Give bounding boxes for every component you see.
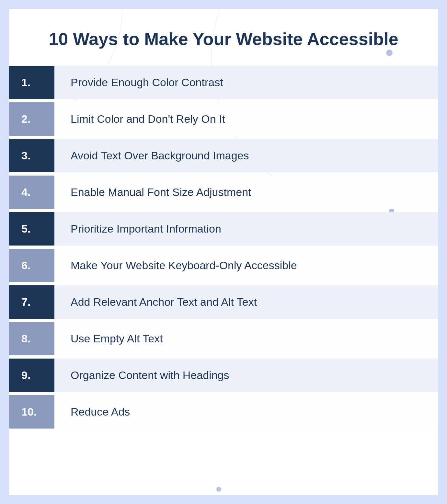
item-text: Provide Enough Color Contrast: [54, 66, 438, 99]
list-item: 5. Prioritize Important Information: [9, 212, 438, 246]
decorative-dot: [216, 487, 221, 492]
item-number: 10.: [9, 395, 54, 429]
list-item: 8. Use Empty Alt Text: [9, 322, 438, 355]
item-text: Limit Color and Don't Rely On It: [54, 102, 438, 136]
page-title: 10 Ways to Make Your Website Accessible: [22, 29, 425, 50]
list-item: 4. Enable Manual Font Size Adjustment: [9, 176, 438, 209]
item-number: 9.: [9, 359, 54, 392]
item-number: 4.: [9, 176, 54, 209]
item-number: 6.: [9, 249, 54, 282]
list-item: 1. Provide Enough Color Contrast: [9, 66, 438, 99]
item-text: Avoid Text Over Background Images: [54, 139, 438, 172]
item-number: 3.: [9, 139, 54, 172]
item-number: 7.: [9, 285, 54, 319]
list-item: 2. Limit Color and Don't Rely On It: [9, 102, 438, 136]
item-number: 5.: [9, 212, 54, 246]
item-number: 1.: [9, 66, 54, 99]
list-item: 3. Avoid Text Over Background Images: [9, 139, 438, 172]
item-number: 8.: [9, 322, 54, 355]
list-item: 10. Reduce Ads: [9, 395, 438, 429]
list-item: 6. Make Your Website Keyboard-Only Acces…: [9, 249, 438, 282]
header: 10 Ways to Make Your Website Accessible: [9, 9, 438, 66]
item-text: Use Empty Alt Text: [54, 322, 438, 355]
item-text: Add Relevant Anchor Text and Alt Text: [54, 285, 438, 319]
item-text: Organize Content with Headings: [54, 359, 438, 392]
item-text: Enable Manual Font Size Adjustment: [54, 176, 438, 209]
item-text: Reduce Ads: [54, 395, 438, 429]
list-item: 9. Organize Content with Headings: [9, 359, 438, 392]
infographic-card: 10 Ways to Make Your Website Accessible …: [9, 9, 438, 495]
list-item: 7. Add Relevant Anchor Text and Alt Text: [9, 285, 438, 319]
accessibility-list: 1. Provide Enough Color Contrast 2. Limi…: [9, 66, 438, 429]
item-text: Prioritize Important Information: [54, 212, 438, 246]
item-text: Make Your Website Keyboard-Only Accessib…: [54, 249, 438, 282]
item-number: 2.: [9, 102, 54, 136]
